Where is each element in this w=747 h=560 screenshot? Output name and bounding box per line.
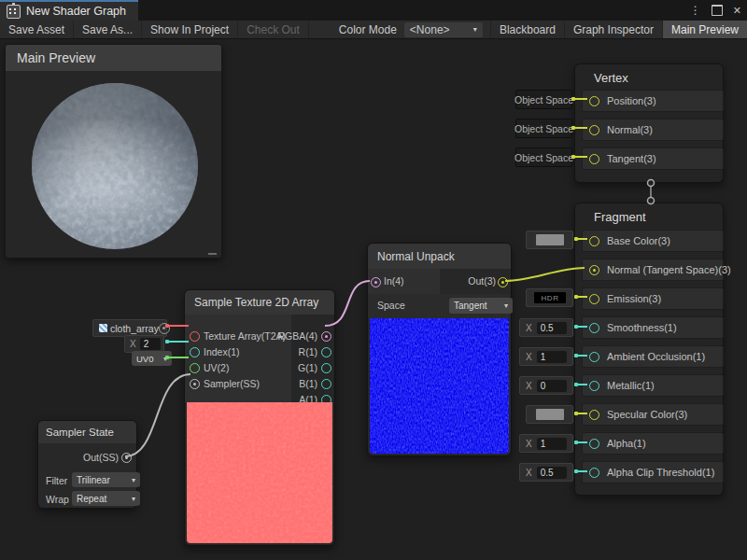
filter-dropdown[interactable]: Trilinear ▾ [72, 472, 140, 487]
vertex-row-tangent: Tangent(3) [582, 147, 724, 170]
save-as-button[interactable]: Save As... [74, 21, 142, 38]
alpha-value-field[interactable]: 1 [537, 438, 567, 450]
position-label: Position(3) [607, 95, 656, 106]
uv-channel-value: UV0 [136, 354, 153, 364]
shader-preview-sphere[interactable] [29, 80, 201, 252]
emission-port[interactable] [589, 294, 599, 304]
x-component-label: X [526, 468, 532, 478]
tab-new-shader-graph[interactable]: New Shader Graph [0, 0, 138, 21]
normal-tangent-space-port[interactable] [589, 265, 599, 275]
alpha-number-widget[interactable]: X 1 [519, 434, 573, 453]
index-value-field[interactable]: 2 [140, 338, 161, 350]
in-port[interactable] [371, 277, 381, 287]
port-stub [575, 156, 587, 158]
space-dropdown[interactable]: Tangent ▾ [449, 298, 513, 314]
smoothness-number-widget[interactable]: X 0.5 [519, 318, 573, 337]
smoothness-value-field[interactable]: 0.5 [537, 322, 567, 334]
metallic-port[interactable] [589, 381, 599, 391]
texture-array-label: Texture Array(T2A) [204, 330, 286, 342]
fragment-row-alpha: Alpha(1) [582, 432, 724, 455]
object-space-tag: Object Space [515, 147, 572, 167]
panel-resize-handle[interactable] [208, 253, 217, 255]
specular-color-port[interactable] [589, 410, 599, 420]
maximize-icon[interactable] [712, 5, 723, 16]
out-port[interactable] [498, 277, 508, 287]
wrap-label: Wrap [46, 494, 69, 505]
texture-array-port[interactable] [190, 331, 200, 342]
specular-color-swatch-widget[interactable] [526, 405, 573, 424]
specular-color-label: Specular Color(3) [607, 409, 687, 420]
more-menu-icon[interactable]: ⋮ [690, 5, 701, 16]
smoothness-label: Smoothness(1) [607, 322, 677, 333]
ambient-occlusion-port[interactable] [589, 352, 599, 362]
rgba-port[interactable] [321, 331, 331, 342]
alpha-clip-value-field[interactable]: 0.5 [537, 467, 567, 479]
main-preview-toggle[interactable]: Main Preview [662, 21, 747, 38]
blackboard-toggle[interactable]: Blackboard [490, 21, 564, 38]
chevron-down-icon: ▾ [504, 301, 508, 310]
base-color-port[interactable] [589, 236, 599, 246]
normal-map-preview [370, 318, 509, 454]
toolbar: Save Asset Save As... Show In Project Ch… [0, 21, 747, 39]
smoothness-port[interactable] [589, 323, 599, 333]
emission-label: Emission(3) [607, 293, 661, 304]
check-out-button[interactable]: Check Out [238, 21, 309, 38]
alpha-clip-number-widget[interactable]: X 0.5 [519, 463, 573, 482]
fragment-title: Fragment [594, 210, 646, 224]
r-label: R(1) [299, 346, 317, 357]
metallic-value-field[interactable]: 0 [537, 380, 567, 392]
tangent-port[interactable] [589, 154, 599, 164]
index-port[interactable] [190, 347, 200, 357]
ambient-occlusion-number-widget[interactable]: X 1 [519, 347, 573, 366]
shader-graph-asset-icon [7, 5, 21, 19]
out-ss-port[interactable] [121, 453, 132, 463]
vertex-title: Vertex [594, 71, 628, 85]
out-ss-label: Out(SS) [83, 452, 119, 463]
position-port[interactable] [589, 96, 599, 106]
hdr-color-swatch: HDR [534, 292, 566, 303]
sample-texture-2d-array-node[interactable]: Sample Texture 2D Array Texture Array(T2… [184, 289, 335, 546]
close-icon[interactable]: ✕ [733, 6, 741, 16]
port-stub [578, 296, 587, 298]
vertex-context-node[interactable]: Vertex Position(3) Normal(3) Tangent(3) [574, 63, 724, 183]
b-port[interactable] [321, 379, 331, 389]
shader-graph-window: New Shader Graph ⋮ ✕ Save Asset Save As.… [0, 0, 747, 560]
normal-port[interactable] [589, 125, 599, 135]
color-swatch [536, 234, 564, 245]
uv-port[interactable] [190, 363, 200, 373]
filter-label: Filter [46, 475, 67, 486]
normal-unpack-title: Normal Unpack [377, 250, 455, 263]
fragment-context-node[interactable]: Fragment Base Color(3) Normal (Tangent S… [574, 203, 724, 496]
g-label: G(1) [298, 362, 317, 373]
ambient-occlusion-value-field[interactable]: 1 [537, 351, 567, 363]
color-swatch [536, 409, 564, 420]
x-component-label: X [526, 323, 532, 333]
sample-texture-header: Sample Texture 2D Array [185, 290, 334, 315]
color-mode-dropdown[interactable]: <None> ▾ [404, 22, 483, 37]
sampler-state-title: Sampler State [46, 427, 114, 438]
graph-inspector-toggle[interactable]: Graph Inspector [564, 21, 662, 38]
rgba-label: RGBA(4) [277, 330, 317, 342]
alpha-port[interactable] [589, 439, 599, 449]
wrap-dropdown[interactable]: Repeat ▾ [72, 491, 140, 506]
alpha-clip-threshold-port[interactable] [589, 468, 599, 478]
sampler-state-node[interactable]: Sampler State Out(SS) Filter Trilinear ▾… [37, 420, 137, 509]
emission-hdr-widget[interactable]: HDR [526, 288, 573, 307]
metallic-label: Metallic(1) [607, 380, 655, 391]
metallic-number-widget[interactable]: X 0 [519, 376, 573, 395]
x-component-label: X [526, 439, 532, 449]
g-port[interactable] [321, 363, 331, 373]
r-port[interactable] [321, 347, 331, 357]
uv-label: UV(2) [204, 362, 229, 373]
normal-unpack-node[interactable]: Normal Unpack In(4) Out(3) Space Tangent… [367, 243, 512, 456]
base-color-swatch-widget[interactable] [526, 231, 573, 249]
sampler-port[interactable] [190, 379, 200, 389]
main-preview-title: Main Preview [17, 50, 95, 65]
main-preview-header[interactable]: Main Preview [6, 45, 221, 71]
save-asset-button[interactable]: Save Asset [0, 21, 74, 38]
fragment-row-emission: Emission(3) [582, 287, 724, 310]
show-in-project-button[interactable]: Show In Project [142, 21, 238, 38]
alpha-clip-label: Alpha Clip Threshold(1) [607, 467, 714, 478]
title-bar: New Shader Graph ⋮ ✕ [0, 0, 747, 21]
fragment-row-ambient-occlusion: Ambient Occlusion(1) [582, 345, 724, 368]
